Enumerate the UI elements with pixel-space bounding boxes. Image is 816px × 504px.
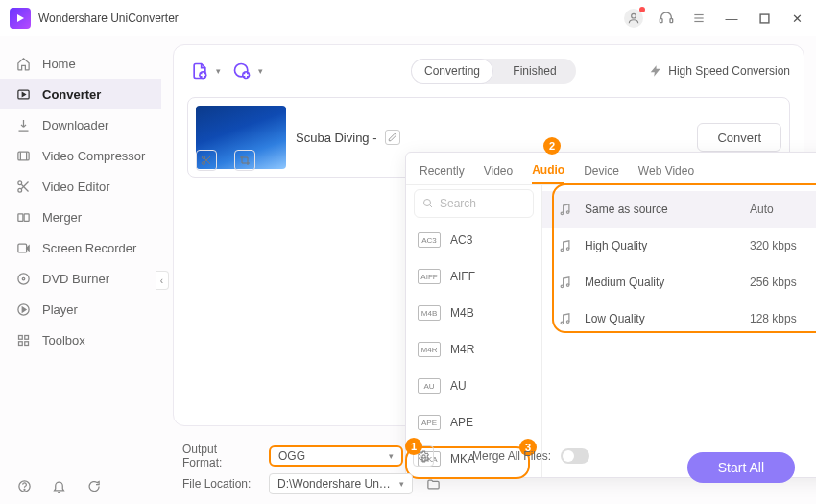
sidebar-item-label: Player [42,302,78,317]
sidebar-item-label: Downloader [42,118,108,132]
trim-button[interactable] [196,150,217,171]
quality-list-column: Same as source Auto High Quality 320 kbp… [542,185,816,477]
status-segment: Converting Finished [411,59,576,84]
output-format-select[interactable]: OGG ▾ 1 [269,445,403,467]
sidebar-item-home[interactable]: Home [0,48,161,79]
crop-button[interactable] [234,150,255,171]
add-url-button[interactable]: ▾ [229,59,254,84]
format-badge-icon: AU [418,378,441,394]
tab-audio[interactable]: Audio [532,157,564,184]
feedback-button[interactable] [84,477,102,494]
svg-point-17 [22,277,25,280]
sidebar-item-converter[interactable]: Converter [0,79,161,109]
bottom-bar: Output Format: OGG ▾ 1 Merge All Files: … [173,441,804,498]
notification-dot-icon [639,7,645,12]
sidebar-item-dvd-burner[interactable]: DVD Burner [0,263,161,294]
file-location-label: File Location: [182,477,259,491]
recorder-icon [15,240,31,255]
sidebar-item-video-editor[interactable]: Video Editor [0,171,161,202]
sidebar-item-screen-recorder[interactable]: Screen Recorder [0,232,161,263]
account-button[interactable] [624,9,643,28]
format-item-m4b[interactable]: M4BM4B [406,295,541,331]
merge-all-toggle[interactable] [561,448,589,464]
svg-point-37 [566,283,569,286]
svg-point-33 [566,210,569,213]
svg-rect-2 [670,19,673,23]
svg-point-39 [566,320,569,323]
format-search-input[interactable]: Search [414,189,534,218]
converter-icon [15,86,31,102]
svg-point-35 [566,247,569,250]
output-format-label: Output Format: [182,443,259,469]
headset-button[interactable] [657,9,676,28]
rename-button[interactable] [385,130,400,145]
svg-line-31 [430,205,433,208]
notifications-button[interactable] [50,477,67,494]
music-note-icon [556,274,573,291]
svg-rect-1 [660,19,662,23]
format-badge-icon: APE [418,415,441,430]
search-placeholder: Search [440,197,476,210]
callout-number-2: 2 [543,137,561,155]
svg-point-42 [24,489,25,490]
sidebar-item-video-compressor[interactable]: Video Compressor [0,140,161,171]
add-file-button[interactable]: ▾ [187,59,212,84]
sidebar-item-merger[interactable]: Merger [0,202,161,232]
segment-converting[interactable]: Converting [411,59,493,84]
start-all-button[interactable]: Start All [687,452,795,483]
format-item-ac3[interactable]: AC3AC3 [406,222,541,258]
quality-row-same-as-source[interactable]: Same as source Auto [542,191,816,228]
format-badge-icon: M4R [418,342,441,357]
quality-row-high[interactable]: High Quality 320 kbps [542,228,816,264]
music-note-icon [556,237,573,254]
sidebar-item-label: Video Editor [42,180,110,194]
title-bar: Wondershare UniConverter — ✕ [0,0,816,36]
disc-icon [15,271,31,286]
format-item-ape[interactable]: APEAPE [406,404,541,441]
caret-down-icon: ▾ [399,479,404,489]
window-minimize-button[interactable]: — [722,9,741,28]
svg-point-16 [17,273,28,283]
window-close-button[interactable]: ✕ [787,9,806,28]
sidebar-item-toolbox[interactable]: Toolbox [0,324,161,355]
convert-button[interactable]: Convert [697,123,781,152]
high-speed-toggle[interactable]: High Speed Conversion [649,64,790,78]
tab-recently[interactable]: Recently [420,157,465,184]
format-item-au[interactable]: AUAU [406,368,541,404]
file-location-select[interactable]: D:\Wondershare UniConverter ▾ [269,473,413,494]
svg-rect-22 [24,341,28,345]
tab-video[interactable]: Video [484,157,513,184]
compress-icon [15,148,31,163]
sidebar-item-label: DVD Burner [42,272,109,286]
open-folder-button[interactable] [422,473,444,494]
sidebar-item-downloader[interactable]: Downloader [0,109,161,140]
window-maximize-button[interactable] [755,9,774,28]
svg-rect-21 [18,341,22,345]
quality-row-medium[interactable]: Medium Quality 256 kbps [542,264,816,300]
sidebar-item-label: Video Compressor [42,149,145,163]
file-title: Scuba Diving - [296,131,377,145]
music-note-icon [556,310,573,327]
sidebar-item-player[interactable]: Player [0,294,161,324]
tab-web-video[interactable]: Web Video [638,157,694,184]
play-icon [15,301,31,317]
svg-rect-13 [17,213,22,221]
tab-device[interactable]: Device [584,157,619,184]
format-badge-icon: AIFF [418,269,441,284]
svg-rect-19 [18,335,22,339]
svg-point-30 [424,200,431,206]
download-icon [15,117,31,132]
svg-rect-6 [760,14,769,23]
format-badge-icon: M4B [418,305,441,321]
help-button[interactable] [15,477,33,494]
svg-point-38 [561,322,564,324]
format-tabs: Recently Video Audio Device Web Video [406,153,816,185]
callout-number-1: 1 [405,438,422,455]
quality-row-low[interactable]: Low Quality 128 kbps [542,300,816,337]
segment-finished[interactable]: Finished [493,59,576,84]
format-item-m4r[interactable]: M4RM4R [406,331,541,368]
svg-point-10 [17,188,21,192]
menu-button[interactable] [689,9,708,28]
svg-point-36 [561,285,564,288]
format-item-aiff[interactable]: AIFFAIFF [406,258,541,295]
